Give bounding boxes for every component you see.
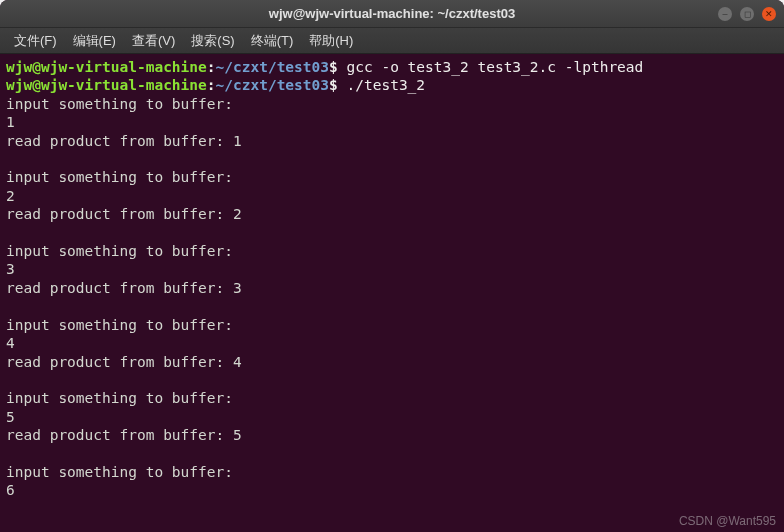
output-line: read product from buffer: 4	[6, 354, 242, 370]
output-line: 4	[6, 335, 15, 351]
prompt-colon: :	[207, 59, 216, 75]
output-line: input something to buffer:	[6, 317, 233, 333]
prompt-dollar: $	[329, 59, 346, 75]
watermark: CSDN @Want595	[679, 514, 776, 528]
output-line: 6	[6, 482, 15, 498]
terminal-window: wjw@wjw-virtual-machine: ~/czxt/test03 –…	[0, 0, 784, 532]
output-line: input something to buffer:	[6, 464, 233, 480]
prompt-colon: :	[207, 77, 216, 93]
menu-help[interactable]: 帮助(H)	[303, 30, 359, 52]
output-line: 1	[6, 114, 15, 130]
prompt-path: ~/czxt/test03	[216, 77, 330, 93]
titlebar: wjw@wjw-virtual-machine: ~/czxt/test03 –…	[0, 0, 784, 28]
output-line: input something to buffer:	[6, 390, 233, 406]
menubar: 文件(F) 编辑(E) 查看(V) 搜索(S) 终端(T) 帮助(H)	[0, 28, 784, 54]
output-line: read product from buffer: 3	[6, 280, 242, 296]
close-button[interactable]: ✕	[762, 7, 776, 21]
output-line: input something to buffer:	[6, 243, 233, 259]
output-line: read product from buffer: 1	[6, 133, 242, 149]
output-line: input something to buffer:	[6, 96, 233, 112]
menu-terminal[interactable]: 终端(T)	[245, 30, 300, 52]
prompt-user-host: wjw@wjw-virtual-machine	[6, 77, 207, 93]
menu-edit[interactable]: 编辑(E)	[67, 30, 122, 52]
output-line: 5	[6, 409, 15, 425]
output-line: input something to buffer:	[6, 169, 233, 185]
output-line: read product from buffer: 2	[6, 206, 242, 222]
output-line: 2	[6, 188, 15, 204]
menu-view[interactable]: 查看(V)	[126, 30, 181, 52]
command-line: gcc -o test3_2 test3_2.c -lpthread	[347, 59, 644, 75]
window-title: wjw@wjw-virtual-machine: ~/czxt/test03	[269, 6, 515, 21]
terminal-output[interactable]: wjw@wjw-virtual-machine:~/czxt/test03$ g…	[0, 54, 784, 532]
menu-search[interactable]: 搜索(S)	[185, 30, 240, 52]
prompt-dollar: $	[329, 77, 346, 93]
output-line: read product from buffer: 5	[6, 427, 242, 443]
output-line: 3	[6, 261, 15, 277]
command-line: ./test3_2	[347, 77, 426, 93]
menu-file[interactable]: 文件(F)	[8, 30, 63, 52]
minimize-button[interactable]: –	[718, 7, 732, 21]
prompt-path: ~/czxt/test03	[216, 59, 330, 75]
maximize-button[interactable]: ◻	[740, 7, 754, 21]
prompt-user-host: wjw@wjw-virtual-machine	[6, 59, 207, 75]
window-controls: – ◻ ✕	[718, 7, 776, 21]
